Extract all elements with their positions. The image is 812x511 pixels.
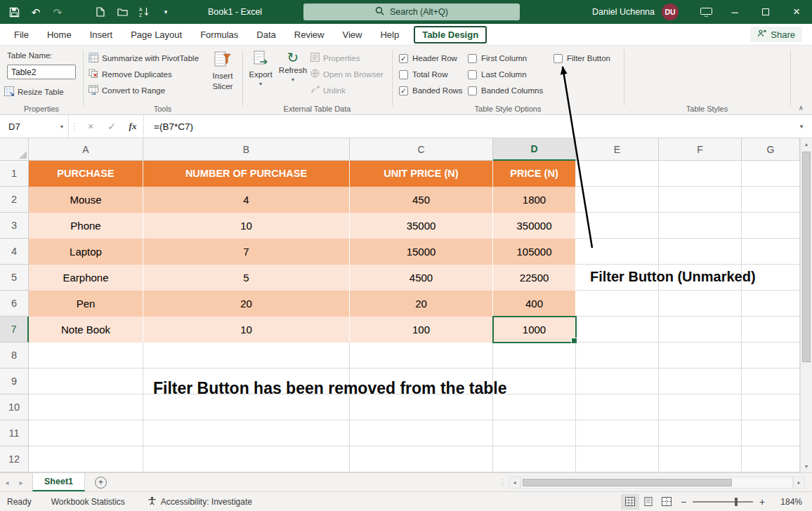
workbook-statistics-button[interactable]: Workbook Statistics xyxy=(51,497,125,507)
zoom-level[interactable]: 184% xyxy=(770,497,802,507)
banded-rows-checkbox[interactable]: ✓ Banded Rows xyxy=(399,84,463,97)
cell-A6[interactable]: Pen xyxy=(29,291,143,317)
row-header-9[interactable]: 9 xyxy=(0,369,29,394)
cell-F2[interactable] xyxy=(659,187,742,213)
cell-B6[interactable]: 20 xyxy=(143,291,350,317)
cell-B2[interactable]: 4 xyxy=(143,187,350,213)
cancel-icon[interactable]: × xyxy=(80,115,101,138)
scroll-right-icon[interactable]: ▸ xyxy=(793,477,805,489)
zoom-slider-handle[interactable] xyxy=(735,498,738,506)
cell-C2[interactable]: 450 xyxy=(350,187,493,213)
row-header-8[interactable]: 8 xyxy=(0,343,29,369)
cell-A1[interactable]: PURCHASE xyxy=(29,161,143,187)
column-header-E[interactable]: E xyxy=(576,138,659,161)
name-box[interactable]: D7 ▾ xyxy=(0,115,69,138)
redo-icon[interactable]: ↷ xyxy=(52,6,63,18)
undo-icon[interactable]: ↶ xyxy=(30,6,41,18)
cell-F11[interactable] xyxy=(659,420,742,446)
first-column-checkbox[interactable]: First Column xyxy=(468,52,527,65)
customize-toolbar-chevron-icon[interactable]: ▾ xyxy=(160,6,171,18)
row-header-5[interactable]: 5 xyxy=(0,265,29,291)
row-header-4[interactable]: 4 xyxy=(0,239,29,265)
cell-A9[interactable] xyxy=(29,369,143,394)
cell-A8[interactable] xyxy=(29,343,143,369)
row-header-3[interactable]: 3 xyxy=(0,213,29,239)
resize-table-button[interactable]: Resize Table xyxy=(4,84,64,99)
sheet-nav-right-icon[interactable]: ▸ xyxy=(14,479,28,486)
zoom-out-button[interactable]: − xyxy=(676,496,691,507)
sheet-nav-left-icon[interactable]: ◂ xyxy=(0,479,14,486)
page-break-view-icon[interactable] xyxy=(657,494,676,510)
page-layout-view-icon[interactable] xyxy=(639,494,657,510)
cell-E2[interactable] xyxy=(576,187,659,213)
horizontal-scrollbar-track[interactable] xyxy=(520,477,793,489)
cell-G3[interactable] xyxy=(742,213,800,239)
tab-data[interactable]: Data xyxy=(247,24,284,45)
row-header-6[interactable]: 6 xyxy=(0,291,29,317)
tab-table-design[interactable]: Table Design xyxy=(414,26,487,44)
scroll-up-icon[interactable]: ▴ xyxy=(801,138,812,150)
cell-F8[interactable] xyxy=(659,343,742,369)
cell-G12[interactable] xyxy=(742,446,800,472)
cell-E10[interactable] xyxy=(576,394,659,420)
column-header-F[interactable]: F xyxy=(659,138,742,161)
cell-F4[interactable] xyxy=(659,239,742,265)
cell-C11[interactable] xyxy=(350,420,493,446)
cell-F6[interactable] xyxy=(659,291,742,317)
cell-C4[interactable]: 15000 xyxy=(350,239,493,265)
cell-B5[interactable]: 5 xyxy=(143,265,350,291)
normal-view-icon[interactable] xyxy=(621,494,639,510)
new-file-icon[interactable] xyxy=(95,6,106,18)
cell-B10[interactable] xyxy=(143,394,350,420)
cell-D6[interactable]: 400 xyxy=(493,291,576,317)
select-all-corner[interactable] xyxy=(0,138,29,161)
expand-formula-bar-icon[interactable]: ▾ xyxy=(791,115,812,138)
header-row-checkbox[interactable]: ✓ Header Row xyxy=(399,52,457,65)
cell-E1[interactable] xyxy=(576,161,659,187)
export-button[interactable]: Export ▾ xyxy=(246,50,275,87)
cell-B11[interactable] xyxy=(143,420,350,446)
sort-az-icon[interactable]: AZ xyxy=(138,6,150,18)
enter-icon[interactable]: ✓ xyxy=(101,115,122,138)
horizontal-scrollbar[interactable]: ◂ ▸ xyxy=(509,473,805,491)
search-input[interactable]: Search (Alt+Q) xyxy=(303,4,520,20)
tab-review[interactable]: Review xyxy=(285,24,334,45)
cell-D2[interactable]: 1800 xyxy=(493,187,576,213)
open-folder-icon[interactable] xyxy=(117,6,128,18)
cell-G10[interactable] xyxy=(742,394,800,420)
cell-B1[interactable]: NUMBER OF PURCHASE xyxy=(143,161,350,187)
cell-C1[interactable]: UNIT PRICE (N) xyxy=(350,161,493,187)
row-header-10[interactable]: 10 xyxy=(0,394,29,420)
summarize-pivottable-button[interactable]: Summarize with PivotTable xyxy=(89,51,199,65)
tab-view[interactable]: View xyxy=(333,24,371,45)
close-button[interactable]: × xyxy=(781,0,812,24)
cell-C6[interactable]: 20 xyxy=(350,291,493,317)
cell-G6[interactable] xyxy=(742,291,800,317)
vertical-scrollbar[interactable]: ▴ ▾ xyxy=(800,138,812,472)
zoom-in-button[interactable]: + xyxy=(754,496,770,507)
cell-E3[interactable] xyxy=(576,213,659,239)
row-header-2[interactable]: 2 xyxy=(0,187,29,213)
cell-F12[interactable] xyxy=(659,446,742,472)
column-header-D[interactable]: D xyxy=(493,138,576,161)
tab-page-layout[interactable]: Page Layout xyxy=(122,24,191,45)
filter-button-checkbox[interactable]: Filter Button xyxy=(554,52,610,65)
cell-D1[interactable]: PRICE (N) xyxy=(493,161,576,187)
cell-F10[interactable] xyxy=(659,394,742,420)
column-header-C[interactable]: C xyxy=(350,138,493,161)
new-sheet-button[interactable]: + xyxy=(95,477,107,489)
insert-slicer-button[interactable]: Insert Slicer xyxy=(205,50,240,91)
row-header-1[interactable]: 1 xyxy=(0,161,29,187)
refresh-button[interactable]: ↻ Refresh ▾ xyxy=(277,50,309,83)
cell-E7[interactable] xyxy=(576,317,659,343)
convert-to-range-button[interactable]: Convert to Range xyxy=(89,83,165,98)
banded-columns-checkbox[interactable]: Banded Columns xyxy=(468,84,543,97)
tab-insert[interactable]: Insert xyxy=(81,24,122,45)
scroll-left-icon[interactable]: ◂ xyxy=(509,477,520,489)
cell-B7[interactable]: 10 xyxy=(143,317,350,343)
remove-duplicates-button[interactable]: Remove Duplicates xyxy=(89,67,172,81)
column-header-B[interactable]: B xyxy=(143,138,350,161)
cell-F7[interactable] xyxy=(659,317,742,343)
cell-A12[interactable] xyxy=(29,446,143,472)
cell-G7[interactable] xyxy=(742,317,800,343)
